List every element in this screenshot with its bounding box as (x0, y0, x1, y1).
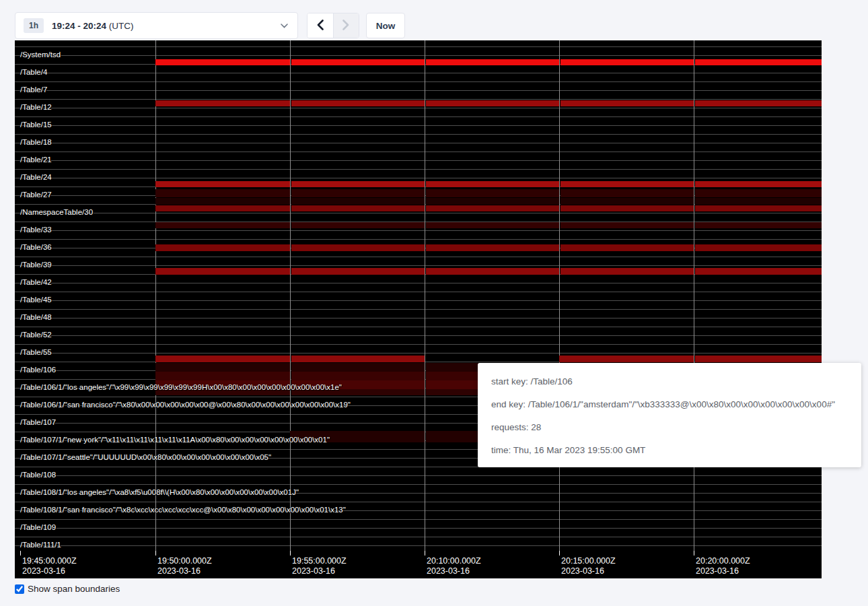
h-gridline (15, 318, 822, 318)
heat-band[interactable] (155, 222, 290, 228)
axis-tick-label: 19:45:00.000Z2023-03-16 (22, 556, 77, 576)
v-gridline (155, 40, 156, 551)
heat-band[interactable] (560, 198, 694, 205)
h-gridline (15, 125, 822, 126)
show-span-boundaries-checkbox[interactable] (15, 584, 24, 594)
heat-band[interactable] (291, 100, 425, 106)
axis-tick-label: 20:15:00.000Z2023-03-16 (561, 556, 616, 576)
row-label: /Table/24 (20, 173, 52, 181)
heat-band[interactable] (155, 189, 290, 197)
time-range-value: 19:24 - 20:24 (52, 21, 106, 31)
heat-band[interactable] (426, 268, 559, 275)
row-label: /Table/12 (20, 103, 52, 111)
row-label: /Table/106/1/"los angeles"/"\x99\x99\x99… (20, 383, 342, 391)
heat-band[interactable] (155, 268, 290, 275)
heat-band[interactable] (426, 222, 559, 228)
row-label: /Table/109 (20, 523, 56, 531)
row-label: /Table/45 (20, 296, 52, 304)
heat-band[interactable] (426, 189, 559, 197)
heat-band[interactable] (291, 363, 425, 372)
axis-tick-label: 19:50:00.000Z2023-03-16 (157, 556, 212, 576)
row-label: /Table/33 (20, 226, 52, 234)
heat-band[interactable] (291, 59, 425, 65)
time-range-label: 19:24 - 20:24 (UTC) (52, 21, 134, 31)
heat-band[interactable] (560, 244, 694, 251)
h-gridline (15, 484, 822, 485)
heat-band[interactable] (291, 268, 425, 275)
heat-band[interactable] (291, 205, 425, 211)
h-gridline (15, 230, 822, 231)
h-gridline (15, 353, 822, 354)
heat-band[interactable] (695, 189, 822, 197)
h-gridline (15, 239, 822, 240)
heat-band[interactable] (291, 356, 425, 362)
heat-band[interactable] (559, 356, 694, 362)
heat-band[interactable] (291, 372, 425, 380)
heat-band[interactable] (426, 100, 559, 106)
next-range-button[interactable] (333, 13, 359, 38)
heat-band[interactable] (560, 181, 694, 187)
heat-band[interactable] (560, 189, 694, 197)
heat-band[interactable] (291, 198, 425, 205)
heat-band[interactable] (695, 268, 822, 275)
h-gridline (15, 300, 822, 301)
heat-band[interactable] (155, 372, 290, 380)
axis-tick (20, 551, 21, 556)
heat-band[interactable] (695, 100, 822, 106)
row-label: /System/tsd (20, 50, 61, 59)
heat-band[interactable] (560, 100, 694, 106)
prev-range-button[interactable] (308, 13, 333, 38)
heat-band[interactable] (155, 100, 290, 106)
h-gridline (15, 502, 822, 502)
h-gridline (15, 335, 822, 336)
heat-band[interactable] (560, 59, 694, 65)
heat-band[interactable] (695, 244, 822, 251)
h-gridline (15, 519, 822, 520)
chevron-down-icon (281, 24, 288, 28)
heat-band[interactable] (426, 59, 559, 65)
heat-band[interactable] (291, 181, 425, 187)
row-label: /Table/108 (20, 471, 56, 479)
heat-band[interactable] (695, 181, 822, 187)
heat-band[interactable] (695, 356, 822, 362)
show-span-boundaries-control[interactable]: Show span boundaries (15, 584, 120, 594)
heat-band[interactable] (426, 205, 559, 211)
heat-band[interactable] (560, 268, 694, 275)
row-label: /Table/106 (20, 366, 56, 374)
heat-band[interactable] (560, 222, 694, 228)
now-button[interactable]: Now (366, 13, 405, 38)
heat-band[interactable] (695, 198, 822, 205)
heat-band[interactable] (291, 222, 425, 228)
heat-band[interactable] (426, 244, 559, 251)
time-range-selector[interactable]: 1h 19:24 - 20:24 (UTC) (15, 12, 298, 39)
heat-band[interactable] (560, 205, 694, 211)
heat-band[interactable] (291, 244, 425, 251)
h-gridline (15, 169, 822, 170)
heat-band[interactable] (155, 356, 290, 362)
h-gridline (15, 528, 822, 529)
heat-band[interactable] (426, 181, 559, 187)
tooltip-line: start key: /Table/106 (491, 370, 848, 393)
heat-band[interactable] (155, 205, 290, 211)
row-label: /Table/107/1/"new york"/"\x11\x11\x11\x1… (20, 436, 330, 444)
heat-band[interactable] (291, 189, 425, 197)
heat-band[interactable] (155, 244, 290, 251)
heatmap-canvas[interactable]: /System/tsd/Table/4/Table/7/Table/12/Tab… (15, 40, 822, 551)
row-label: /Table/52 (20, 331, 52, 339)
row-label: /Table/111/1 (20, 541, 61, 549)
row-label: /Table/36 (20, 243, 52, 251)
heat-band[interactable] (155, 59, 290, 65)
h-gridline (15, 116, 822, 117)
heat-band[interactable] (695, 59, 822, 65)
heat-band[interactable] (695, 222, 822, 228)
heat-band[interactable] (155, 181, 290, 187)
heat-band[interactable] (695, 205, 822, 211)
hover-tooltip: start key: /Table/106end key: /Table/106… (478, 363, 861, 467)
h-gridline (15, 143, 822, 143)
heat-band[interactable] (426, 198, 559, 205)
heat-band[interactable] (155, 363, 290, 372)
row-label: /Table/55 (20, 348, 52, 356)
h-gridline (15, 81, 822, 82)
heat-band[interactable] (155, 198, 290, 205)
show-span-boundaries-label: Show span boundaries (28, 584, 120, 594)
